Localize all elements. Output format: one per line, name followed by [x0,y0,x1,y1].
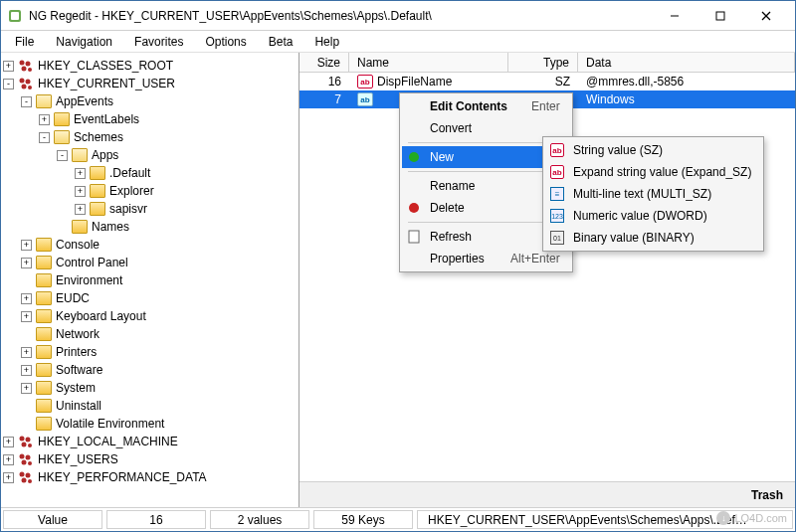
tree-node[interactable]: -Schemes [3,128,297,146]
folder-icon [36,345,52,359]
folder-icon [72,220,88,234]
tree-node[interactable]: +Explorer [3,182,297,200]
tree-node[interactable]: +Console [3,236,297,254]
values-header: Size Name Type Data [299,53,795,73]
tree-node[interactable]: +EventLabels [3,110,297,128]
expand-icon[interactable]: + [21,365,32,376]
expand-icon[interactable]: + [3,61,14,72]
menu-beta[interactable]: Beta [259,33,303,51]
tree-node[interactable]: -Apps [3,146,297,164]
folder-open-icon [36,94,52,108]
tree-node[interactable]: +.Default [3,164,297,182]
trash-drop-area[interactable]: Trash [299,481,795,507]
value-row[interactable]: 16abDispFileNameSZ@mmres.dll,-5856 [299,73,795,90]
string-value-icon: ab [357,75,373,89]
menu-item-label: Refresh [430,230,522,244]
submenu-item-label: Expand string value (Expand_SZ) [573,165,751,179]
menu-help[interactable]: Help [304,33,349,51]
expand-icon[interactable]: + [21,383,32,394]
menu-item-label: Delete [430,201,518,215]
status-value: 16 [106,510,206,529]
expand-icon[interactable]: + [21,293,32,304]
column-size[interactable]: Size [299,53,349,72]
tree-node[interactable]: +Keyboard Layout [3,307,297,325]
collapse-icon[interactable]: - [21,96,32,107]
tree-node[interactable]: Network [3,325,297,343]
tree-label: sapisvr [109,202,147,216]
tree-node[interactable]: +Control Panel [3,254,297,271]
submenu-item[interactable]: 123Numeric value (DWORD) [545,205,761,227]
expand-icon[interactable]: + [21,258,32,268]
expand-icon[interactable]: + [75,204,86,215]
expand-icon[interactable]: + [3,454,14,465]
tree-pane[interactable]: +HKEY_CLASSES_ROOT-HKEY_CURRENT_USER-App… [1,53,299,507]
folder-open-icon [72,148,88,162]
tree-node[interactable]: Environment [3,271,297,289]
expand-icon[interactable]: + [75,168,86,179]
tree-node[interactable]: Names [3,218,297,236]
folder-icon [90,202,105,216]
column-data[interactable]: Data [578,53,795,72]
svg-point-17 [28,443,32,447]
tree-label: .Default [109,166,150,180]
menu-navigation[interactable]: Navigation [46,33,122,51]
menu-item-label: New [430,150,534,164]
tree-node[interactable]: +HKEY_CLASSES_ROOT [3,57,297,75]
collapse-icon[interactable]: - [3,79,14,89]
column-type[interactable]: Type [508,53,578,72]
expand-icon[interactable]: + [21,347,32,358]
expand-icon[interactable]: + [3,437,14,447]
svg-point-15 [26,438,31,443]
menu-options[interactable]: Options [195,33,256,51]
expand-icon[interactable]: + [75,186,86,197]
submenu-item[interactable]: ≡Multi-line text (MULTI_SZ) [545,183,761,205]
expand-icon[interactable]: + [39,114,50,125]
tree-node[interactable]: +System [3,379,297,397]
cell-data: @mmres.dll,-5856 [578,75,795,89]
tree-node[interactable]: -AppEvents [3,92,297,110]
submenu-item[interactable]: abString value (SZ) [545,139,761,161]
tree-node[interactable]: +HKEY_PERFORMANCE_DATA [3,468,297,486]
tree-label: HKEY_LOCAL_MACHINE [38,435,178,448]
menu-file[interactable]: File [5,33,44,51]
tree-node[interactable]: -HKEY_CURRENT_USER [3,75,297,92]
tree-node[interactable]: +Software [3,361,297,379]
svg-point-9 [28,68,32,72]
svg-point-24 [22,478,27,483]
tree-node[interactable]: Uninstall [3,397,297,415]
tree-node[interactable]: +Printers [3,343,297,361]
maximize-button[interactable] [697,1,743,31]
close-button[interactable] [743,1,789,31]
tree-label: AppEvents [56,94,113,108]
tree-node[interactable]: +sapisvr [3,200,297,218]
menu-separator [408,142,564,143]
tree-node[interactable]: +HKEY_USERS [3,450,297,468]
expand-icon[interactable]: + [3,472,14,483]
status-path: HKEY_CURRENT_USER\AppEvents\Schemes\Apps… [417,510,793,529]
expand-icon[interactable]: + [21,311,32,322]
context-submenu-new[interactable]: abString value (SZ)abExpand string value… [542,136,764,252]
status-label: Value [3,510,102,529]
submenu-item-label: Multi-line text (MULTI_SZ) [573,187,751,201]
tree-node[interactable]: Volatile Environment [3,415,297,433]
collapse-icon[interactable]: - [57,150,68,161]
green-dot-icon [406,149,422,165]
submenu-item[interactable]: abExpand string value (Expand_SZ) [545,161,761,183]
column-name[interactable]: Name [349,53,508,72]
submenu-item[interactable]: 01Binary value (BINARY) [545,227,761,249]
minimize-button[interactable] [652,1,697,31]
menu-favorites[interactable]: Favorites [124,33,193,51]
folder-open-icon [54,130,70,144]
folder-icon [36,363,52,377]
collapse-icon[interactable]: - [39,132,50,143]
multi-sz-icon: ≡ [549,186,565,202]
tree-node[interactable]: +HKEY_LOCAL_MACHINE [3,433,297,450]
menu-item-edit-contents[interactable]: Edit ContentsEnter [402,95,570,117]
svg-point-16 [22,443,27,447]
tree-node[interactable]: +EUDC [3,289,297,307]
svg-point-19 [26,455,31,460]
expand-icon[interactable]: + [21,240,32,251]
app-icon [7,8,23,24]
titlebar: NG Regedit - HKEY_CURRENT_USER\AppEvents… [1,1,795,31]
string-value-icon: ab [549,164,565,180]
